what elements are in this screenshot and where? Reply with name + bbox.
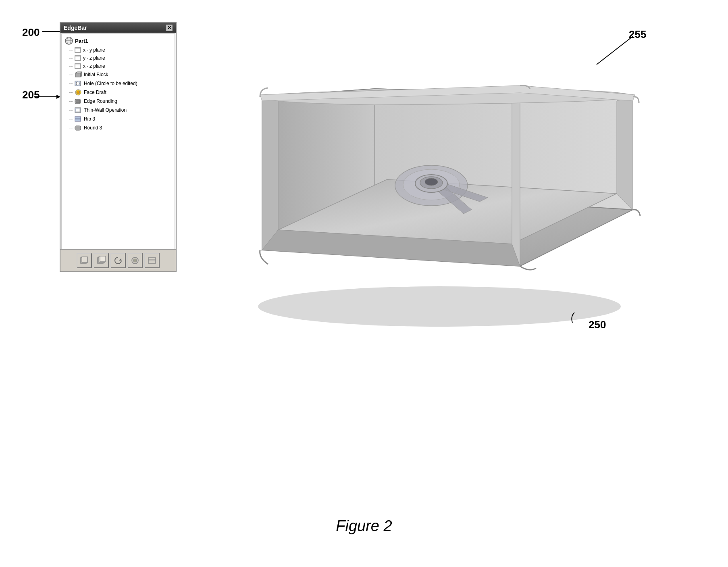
edge-rounding-icon: [75, 98, 82, 104]
tree-item-xy[interactable]: ····· x · y plane: [64, 46, 172, 54]
thin-wall-icon: [75, 107, 82, 113]
globe-icon: [65, 37, 73, 45]
edgebar-title: EdgeBar: [64, 25, 87, 31]
edgebar-content: Part1 ····· x · y plane ····· y · z plan…: [61, 33, 175, 250]
tree-dots-hole: ·····: [69, 81, 73, 86]
tree-item-xy-label: x · y plane: [83, 47, 105, 53]
tree-dots-xz: ·····: [69, 64, 73, 69]
toolbar-btn-1[interactable]: [77, 253, 92, 268]
svg-point-17: [76, 82, 79, 85]
tree-item-face-draft-label: Face Draft: [84, 90, 106, 95]
tree-root: Part1 ····· x · y plane ····· y · z plan…: [62, 34, 175, 134]
toolbar-btn-4[interactable]: [127, 253, 143, 268]
tree-dots-face: ·····: [69, 90, 73, 95]
tree-item-part1[interactable]: Part1: [64, 35, 172, 46]
toolbar-btn-3[interactable]: [110, 253, 126, 268]
toolbar-btn-5[interactable]: [144, 253, 160, 268]
svg-rect-35: [148, 258, 156, 263]
tree-item-rib3-label: Rib 3: [84, 116, 95, 122]
tree-item-initial-block-label: Initial Block: [84, 72, 108, 77]
svg-point-34: [133, 259, 137, 262]
tree-item-hole[interactable]: ····· Hole (Circle to be edited): [64, 79, 172, 88]
tree-dots: ·····: [69, 48, 73, 52]
tree-item-rib3[interactable]: ····· Rib 3: [64, 115, 172, 123]
tree-dots-edge: ·····: [69, 99, 73, 104]
plane-icon-xz: [75, 63, 81, 69]
tree-item-face-draft[interactable]: ····· Face Draft: [64, 88, 172, 97]
edgebar-toolbar: [60, 249, 176, 271]
tree-dots-thin: ·····: [69, 108, 73, 113]
tree-item-edge-rounding-label: Edge Rounding: [84, 98, 117, 104]
tree-item-yz[interactable]: ····· y · z plane: [64, 54, 172, 62]
tree-item-xz-label: x · z plane: [83, 63, 105, 69]
plane-icon-xy: [75, 47, 81, 53]
figure-caption: Figure 2: [336, 517, 392, 535]
svg-rect-7: [75, 48, 81, 52]
plane-icon-yz: [75, 55, 81, 61]
svg-rect-13: [75, 73, 80, 77]
tree-item-hole-label: Hole (Circle to be edited): [84, 81, 137, 86]
svg-point-43: [425, 178, 438, 186]
svg-rect-28: [82, 257, 87, 263]
tree-item-yz-label: y · z plane: [83, 55, 105, 61]
svg-point-19: [77, 91, 80, 94]
svg-line-44: [597, 36, 633, 65]
svg-rect-23: [76, 108, 80, 112]
hole-icon: [75, 80, 82, 87]
edgebar-close-button[interactable]: ✕: [166, 25, 173, 31]
tree-item-edge-rounding[interactable]: ····· Edge Rounding: [64, 97, 172, 106]
toolbar-icon-3: [114, 256, 123, 265]
edgebar-titlebar: EdgeBar ✕: [60, 23, 176, 33]
svg-rect-26: [75, 126, 81, 130]
tree-item-xz[interactable]: ····· x · z plane: [64, 62, 172, 70]
tree-item-initial-block[interactable]: ····· Initial Block: [64, 70, 172, 79]
toolbar-icon-2: [97, 256, 106, 265]
block-icon: [75, 71, 82, 78]
tree-item-thin-wall[interactable]: ····· Thin-Wall Operation: [64, 106, 172, 115]
bracket-250: [560, 306, 593, 327]
toolbar-icon-4: [131, 256, 139, 265]
tree-item-part1-label: Part1: [75, 38, 88, 44]
svg-rect-9: [75, 56, 81, 60]
tree-dots-rib: ·····: [69, 117, 73, 121]
tree-item-round3-label: Round 3: [84, 125, 102, 131]
arrow-255: [584, 32, 637, 73]
tree-dots-yz: ·····: [69, 56, 73, 60]
face-draft-icon: [75, 89, 82, 96]
edgebar-window: EdgeBar ✕ Part1 ····· x · y plan: [60, 22, 177, 272]
svg-rect-21: [76, 100, 80, 103]
round3-icon: [75, 125, 82, 131]
toolbar-icon-1: [80, 256, 89, 265]
svg-rect-11: [75, 64, 81, 69]
svg-marker-32: [119, 258, 121, 261]
rib3-icon: [75, 116, 82, 122]
toolbar-btn-2[interactable]: [94, 253, 109, 268]
tree-item-round3[interactable]: ····· Round 3: [64, 123, 172, 132]
toolbar-icon-5: [148, 256, 156, 265]
tree-item-thin-wall-label: Thin-Wall Operation: [84, 107, 127, 113]
svg-rect-31: [100, 256, 106, 262]
tree-dots-initial: ·····: [69, 73, 73, 77]
tree-dots-round: ·····: [69, 126, 73, 130]
